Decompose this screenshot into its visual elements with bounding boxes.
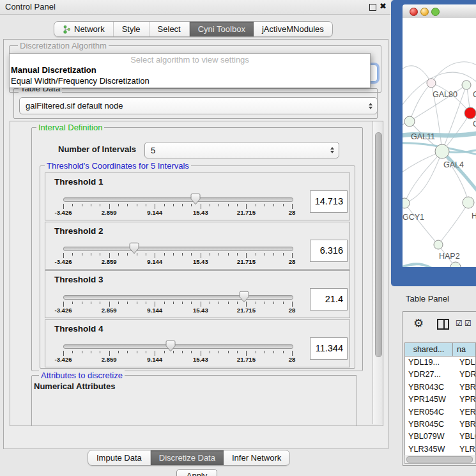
node-label: GAL11 [411, 132, 435, 141]
group-label: Discretization Algorithm [18, 41, 109, 50]
network-node[interactable] [403, 198, 410, 208]
threshold-label: Threshold 1 [54, 177, 104, 187]
threshold-label: Threshold 2 [54, 226, 104, 236]
threshold-slider-track[interactable] [63, 295, 293, 300]
network-canvas[interactable]: GAL80GAL11GAL4GCY1HAP2GACH [403, 18, 476, 267]
network-node[interactable] [463, 197, 474, 208]
tab-style[interactable]: Style [114, 22, 150, 36]
column-header-name[interactable]: na [453, 343, 475, 356]
zoom-traffic-light-icon[interactable] [431, 8, 440, 16]
column-checkbox-icon[interactable]: ☑ [456, 319, 463, 328]
scale-tick-label: 28 [289, 356, 296, 363]
slider-handle[interactable] [165, 340, 176, 352]
cell-name: YBR0 [456, 381, 475, 394]
scale-tick-label: 2.859 [102, 307, 117, 314]
minimize-traffic-light-icon[interactable] [420, 8, 429, 16]
slider-handle[interactable] [129, 242, 139, 254]
network-node[interactable] [434, 240, 443, 249]
network-edge-highlighted[interactable] [442, 151, 476, 200]
vertical-scrollbar[interactable] [372, 121, 383, 424]
slider-handle[interactable] [239, 291, 249, 303]
tab-select[interactable]: Select [150, 22, 190, 36]
cell-name: YBR0 [456, 418, 475, 431]
network-edge-highlighted[interactable] [403, 264, 438, 267]
tab-label: Cyni Toolbox [198, 24, 245, 34]
network-node[interactable] [462, 81, 471, 89]
cell-name: YDL1 [456, 357, 475, 369]
thresholds-group: Threshold's Coordinates for 5 Intervals … [40, 165, 355, 369]
tab-label: Select [158, 24, 181, 34]
network-edge[interactable] [404, 203, 438, 245]
column-header-shared[interactable]: shared... [405, 343, 453, 356]
cell-name: YER0 [456, 406, 475, 418]
tab-network[interactable]: Network [54, 22, 114, 36]
network-window-titlebar[interactable] [403, 4, 476, 19]
table-row[interactable]: YBR045CYBR0 [405, 418, 475, 431]
num-intervals-combobox[interactable]: 5 [144, 142, 339, 158]
apply-button[interactable]: Apply [176, 469, 217, 476]
network-icon [63, 25, 71, 34]
threshold-slider-track[interactable] [63, 247, 293, 251]
table-row[interactable]: YLR345WYLR3 [405, 443, 475, 456]
tab-jactivemnodules[interactable]: jActiveMNodules [254, 22, 332, 36]
float-window-icon[interactable] [369, 4, 376, 11]
settings-gear-icon[interactable]: ⚙ [413, 317, 424, 330]
slider-ticks [63, 204, 292, 209]
tab-label: Infer Network [232, 453, 281, 463]
algorithm-dropdown-popup: Select algorithm to view settings Manual… [9, 53, 371, 88]
table-data-combobox[interactable]: galFiltered.sif default node [19, 97, 378, 114]
network-edge[interactable] [404, 151, 442, 203]
table-row[interactable]: YDR27...YDR2 [405, 369, 475, 381]
network-node[interactable] [464, 107, 476, 119]
cell-name: YDR2 [456, 369, 475, 381]
network-edge[interactable] [410, 83, 431, 121]
threshold-slider-track[interactable] [63, 344, 293, 349]
threshold-slider-track[interactable] [63, 197, 293, 202]
tab-infer-network[interactable]: Infer Network [224, 450, 289, 465]
control-panel-titlebar: Control Panel ✖ [0, 0, 390, 15]
table-data-group: Table Data galFiltered.sif default node [13, 88, 378, 119]
tab-discretize-data[interactable]: Discretize Data [151, 450, 224, 465]
table-row[interactable]: YBR043CYBR0 [405, 381, 475, 394]
num-intervals-value: 5 [151, 146, 155, 155]
scale-tick-label: -3.426 [55, 307, 72, 314]
network-node[interactable] [435, 144, 449, 158]
popup-option-manual[interactable]: Manual Discretization [11, 65, 96, 75]
network-node[interactable] [427, 79, 436, 88]
network-edge[interactable] [438, 203, 468, 245]
network-edge[interactable] [404, 151, 442, 203]
table-row[interactable]: YBL079WYBL0 [405, 431, 475, 443]
slider-scale-labels: -3.4262.8599.14415.4321.71528 [63, 356, 292, 364]
node-label: H [472, 211, 476, 220]
num-intervals-label: Number of Intervals [58, 144, 136, 154]
tab-cyni-toolbox[interactable]: Cyni Toolbox [190, 22, 254, 36]
top-tab-bar: NetworkStyleSelectCyni ToolboxjActiveMNo… [54, 21, 333, 37]
slider-ticks [63, 302, 292, 307]
table-row[interactable]: YPR145WYPR1 [405, 394, 475, 406]
threshold-value-field[interactable]: 6.316 [310, 240, 348, 262]
table-row[interactable]: YER054CYER0 [405, 406, 475, 418]
threshold-panel: Threshold 2-3.4262.8599.14415.4321.71528… [45, 222, 350, 270]
scrollbar-thumb[interactable] [406, 456, 473, 463]
scale-tick-label: -3.426 [55, 356, 72, 363]
tab-impute-data[interactable]: Impute Data [88, 450, 151, 465]
column-checkbox-icon[interactable]: ☑ [464, 319, 472, 328]
scale-tick-label: 28 [289, 209, 296, 216]
threshold-value-field[interactable]: 14.713 [310, 190, 348, 213]
table-toolbar: ⚙ ☑ ☑ [403, 312, 476, 341]
close-traffic-light-icon[interactable] [410, 8, 418, 16]
scrollbar-thumb[interactable] [375, 132, 382, 357]
tab-label: Discretize Data [159, 453, 215, 463]
popup-option-equal-width[interactable]: Equal Width/Frequency Discretization [11, 76, 150, 86]
network-node[interactable] [404, 116, 415, 127]
group-label: Attributes to discretize [39, 371, 125, 380]
close-icon[interactable]: ✖ [380, 1, 387, 11]
threshold-value-field[interactable]: 11.344 [310, 337, 348, 360]
slider-handle[interactable] [190, 193, 201, 205]
table-row[interactable]: YDL19...YDL1 [405, 357, 475, 369]
split-view-icon[interactable] [437, 319, 449, 330]
horizontal-scrollbar[interactable] [404, 455, 476, 464]
scale-tick-label: 9.144 [147, 356, 162, 363]
threshold-value-field[interactable]: 21.4 [310, 288, 348, 311]
tab-label: Network [74, 24, 105, 34]
